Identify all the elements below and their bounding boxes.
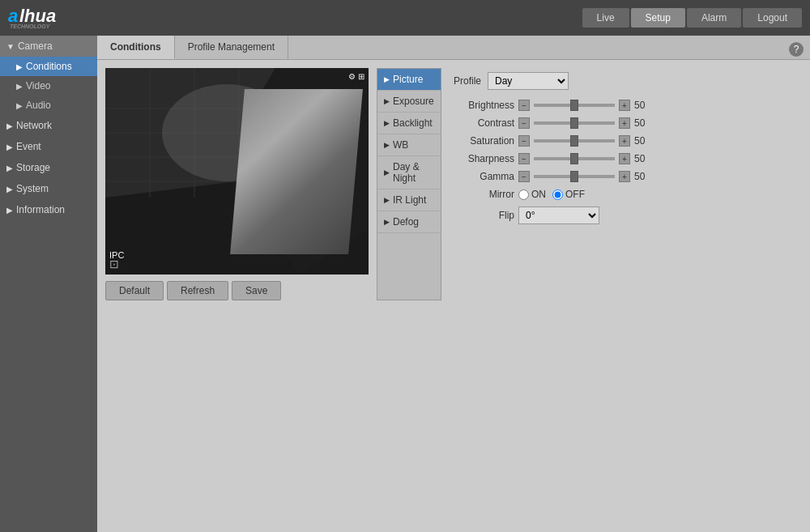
brightness-label: Brightness <box>454 100 514 111</box>
contrast-track[interactable] <box>534 121 615 125</box>
sidebar-item-audio[interactable]: ▶ Audio <box>0 96 97 115</box>
menu-arrow-icon: ▶ <box>384 75 390 83</box>
camera-image <box>105 68 369 275</box>
menu-panel: ▶ Picture ▶ Exposure ▶ Backlight ▶ WB ▶ <box>377 68 441 300</box>
menu-item-picture[interactable]: ▶ Picture <box>377 69 441 91</box>
gamma-track[interactable] <box>534 175 615 178</box>
arrow-icon: ▶ <box>6 185 13 194</box>
sidebar-section-system-label: System <box>16 183 49 194</box>
menu-item-day-night-label: Day & Night <box>393 161 434 184</box>
sidebar-item-video-label: Video <box>26 80 50 92</box>
settings-panel: Profile Day Night Normal Brightness − + <box>450 68 802 300</box>
menu-arrow-icon: ▶ <box>384 97 390 105</box>
sharpness-minus[interactable]: − <box>518 153 530 164</box>
menu-arrow-icon: ▶ <box>384 196 390 204</box>
help-icon[interactable]: ? <box>789 42 804 57</box>
save-button[interactable]: Save <box>232 281 281 300</box>
menu-item-ir-light-label: IR Light <box>393 194 426 206</box>
menu-item-backlight-label: Backlight <box>393 117 433 129</box>
tab-conditions[interactable]: Conditions <box>97 36 175 59</box>
sidebar-item-video[interactable]: ▶ Video <box>0 76 97 96</box>
refresh-button[interactable]: Refresh <box>167 281 228 300</box>
camera-top-icon2: ⊞ <box>358 72 364 81</box>
sharpness-value: 50 <box>634 153 654 164</box>
saturation-track[interactable] <box>534 139 615 143</box>
arrow-icon: ▶ <box>16 62 23 71</box>
sharpness-label: Sharpness <box>454 153 514 164</box>
arrow-icon: ▶ <box>6 206 13 215</box>
menu-item-backlight[interactable]: ▶ Backlight <box>377 113 441 134</box>
sidebar-section-storage[interactable]: ▶ Storage <box>0 157 97 178</box>
gamma-label: Gamma <box>454 171 514 182</box>
mirror-row: Mirror ON OFF <box>454 189 798 200</box>
sidebar-section-information[interactable]: ▶ Information <box>0 199 97 220</box>
alarm-button[interactable]: Alarm <box>687 8 741 28</box>
contrast-thumb[interactable] <box>570 117 578 129</box>
contrast-value: 50 <box>634 117 654 129</box>
inner-content: IPC ⚙ ⊞ ⊡ Default Refresh Save <box>97 60 810 309</box>
flip-label: Flip <box>454 210 514 221</box>
saturation-plus[interactable]: + <box>619 135 630 147</box>
camera-section: IPC ⚙ ⊞ ⊡ Default Refresh Save <box>105 68 369 300</box>
brightness-thumb[interactable] <box>570 100 578 111</box>
gamma-plus[interactable]: + <box>619 171 630 182</box>
sidebar-section-network[interactable]: ▶ Network <box>0 115 97 136</box>
sharpness-track[interactable] <box>534 157 615 160</box>
gamma-thumb[interactable] <box>570 171 578 182</box>
sidebar: ▼ Camera ▶ Conditions ▶ Video ▶ Audio ▶ … <box>0 36 97 532</box>
mirror-on-radio[interactable] <box>518 189 529 200</box>
brightness-track[interactable] <box>534 104 615 107</box>
sidebar-section-camera[interactable]: ▼ Camera <box>0 36 97 57</box>
snapshot-icon[interactable]: ⊡ <box>109 257 119 270</box>
sidebar-item-conditions[interactable]: ▶ Conditions <box>0 57 97 76</box>
brightness-minus[interactable]: − <box>518 100 530 111</box>
gamma-minus[interactable]: − <box>518 171 530 182</box>
menu-item-ir-light[interactable]: ▶ IR Light <box>377 189 441 211</box>
sharpness-plus[interactable]: + <box>619 153 630 164</box>
brightness-plus[interactable]: + <box>619 100 630 111</box>
sidebar-section-event[interactable]: ▶ Event <box>0 136 97 157</box>
mirror-label: Mirror <box>454 189 514 200</box>
flip-row: Flip 0° 90° 180° 270° <box>454 206 798 224</box>
menu-item-wb[interactable]: ▶ WB <box>377 134 441 156</box>
sharpness-row: Sharpness − + 50 <box>454 153 798 164</box>
gamma-row: Gamma − + 50 <box>454 171 798 182</box>
menu-item-defog[interactable]: ▶ Defog <box>377 211 441 233</box>
contrast-plus[interactable]: + <box>619 117 630 129</box>
menu-item-defog-label: Defog <box>393 216 419 228</box>
live-button[interactable]: Live <box>582 8 629 28</box>
contrast-minus[interactable]: − <box>518 117 530 129</box>
camera-top-icon: ⚙ <box>348 72 356 81</box>
arrow-icon: ▼ <box>6 42 15 51</box>
tab-profile-management[interactable]: Profile Management <box>175 36 288 59</box>
menu-item-exposure[interactable]: ▶ Exposure <box>377 91 441 113</box>
menu-item-day-night[interactable]: ▶ Day & Night <box>377 156 441 189</box>
sharpness-thumb[interactable] <box>570 153 578 164</box>
profile-select[interactable]: Day Night Normal <box>488 72 569 90</box>
sidebar-item-audio-label: Audio <box>26 100 51 111</box>
logout-button[interactable]: Logout <box>743 8 802 28</box>
saturation-thumb[interactable] <box>570 135 578 147</box>
gamma-value: 50 <box>634 171 654 182</box>
arrow-icon: ▶ <box>6 121 13 130</box>
sidebar-section-storage-label: Storage <box>16 162 50 173</box>
mirror-off-radio[interactable] <box>552 189 563 200</box>
default-button[interactable]: Default <box>105 281 164 300</box>
setup-button[interactable]: Setup <box>631 8 685 28</box>
flip-select[interactable]: 0° 90° 180° 270° <box>518 206 599 224</box>
mirror-off-option[interactable]: OFF <box>552 189 585 200</box>
saturation-minus[interactable]: − <box>518 135 530 147</box>
sidebar-section-information-label: Information <box>16 204 65 215</box>
menu-arrow-icon: ▶ <box>384 119 390 127</box>
arrow-icon: ▶ <box>16 82 23 91</box>
sidebar-section-system[interactable]: ▶ System <box>0 178 97 199</box>
mirror-on-option[interactable]: ON <box>518 189 546 200</box>
svg-text:TECHNOLOGY: TECHNOLOGY <box>10 23 51 29</box>
mirror-on-label: ON <box>531 189 546 200</box>
brightness-row: Brightness − + 50 <box>454 100 798 111</box>
logo: a lhua TECHNOLOGY <box>8 1 81 35</box>
arrow-icon: ▶ <box>16 101 23 110</box>
svg-point-15 <box>162 84 292 181</box>
sidebar-section-network-label: Network <box>16 120 52 131</box>
arrow-icon: ▶ <box>6 164 13 172</box>
